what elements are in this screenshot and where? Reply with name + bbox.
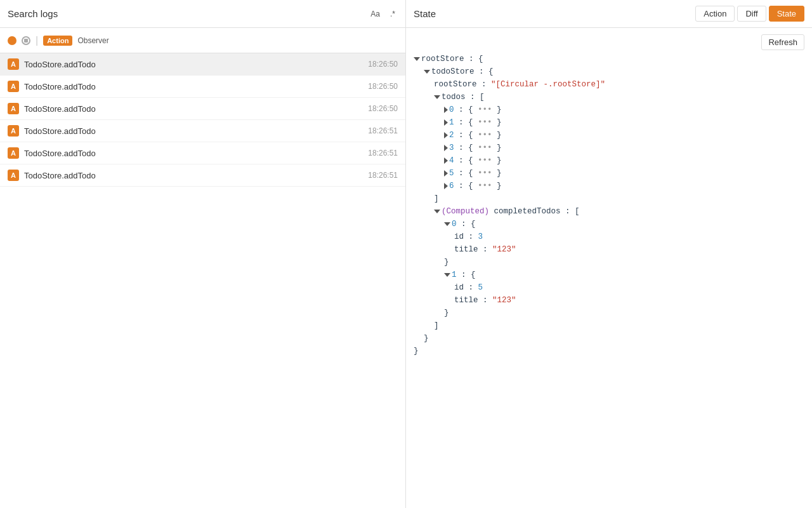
- log-item-name: TodoStore.addTodo: [24, 104, 96, 114]
- tree-node-todostore: todoStore : { rootStore : "[Circular -.r…: [424, 65, 809, 345]
- log-badge: A: [8, 170, 19, 181]
- filter-bar: | Action Observer: [0, 28, 405, 53]
- tree-node-todo-3: 3 : { ••• }: [444, 142, 809, 154]
- log-item-time: 18:26:51: [368, 149, 398, 157]
- log-item[interactable]: A TodoStore.addTodo 18:26:51: [0, 120, 405, 142]
- log-item-name: TodoStore.addTodo: [24, 126, 96, 136]
- right-panel: State ActionDiffState Refresh rootStore …: [406, 0, 812, 508]
- log-item-left: A TodoStore.addTodo: [8, 58, 96, 70]
- log-item-time: 18:26:51: [368, 171, 398, 180]
- toggle-completed-todos[interactable]: [434, 207, 442, 216]
- log-badge: A: [8, 103, 19, 114]
- log-item-left: A TodoStore.addTodo: [8, 103, 96, 114]
- filter-divider: |: [36, 35, 38, 46]
- state-tree: rootStore : { todoStore : { rootStore : …: [409, 53, 809, 358]
- right-header: State ActionDiffState: [406, 0, 812, 28]
- filter-stop[interactable]: [22, 36, 30, 45]
- tree-node-todo-6: 6 : { ••• }: [444, 180, 809, 192]
- tree-node-todo-2: 2 : { ••• }: [444, 129, 809, 142]
- log-item-time: 18:26:50: [368, 60, 398, 69]
- log-item-left: A TodoStore.addTodo: [8, 81, 96, 92]
- toggle-todostore[interactable]: [424, 67, 431, 76]
- filter-dot[interactable]: [8, 36, 16, 45]
- log-item[interactable]: A TodoStore.addTodo 18:26:50: [0, 98, 405, 120]
- toggle-todos[interactable]: [434, 93, 442, 102]
- case-sensitive-button[interactable]: Aa: [368, 8, 383, 20]
- tree-line-rootstore-circular: rootStore : "[Circular -.rootStore]": [434, 78, 809, 91]
- log-badge: A: [8, 125, 19, 137]
- tree-node-rootstore: rootStore : { todoStore : { rootStore : …: [414, 53, 809, 358]
- log-item-left: A TodoStore.addTodo: [8, 125, 96, 137]
- log-badge: A: [8, 58, 19, 70]
- observer-filter-label[interactable]: Observer: [77, 36, 108, 45]
- log-item[interactable]: A TodoStore.addTodo 18:26:51: [0, 142, 405, 164]
- search-title: Search logs: [8, 8, 58, 19]
- log-item-name: TodoStore.addTodo: [24, 149, 96, 158]
- search-icons: Aa .*: [368, 8, 398, 20]
- tree-node-completed-1: 1 : { id : 5 title : "123" }: [444, 269, 809, 319]
- state-content: Refresh rootStore : { todoStore : { root…: [406, 28, 812, 508]
- log-item-left: A TodoStore.addTodo: [8, 170, 96, 181]
- refresh-button[interactable]: Refresh: [761, 34, 804, 50]
- tree-node-completed-0: 0 : { id : 3 title : "123" }: [444, 218, 809, 269]
- log-item[interactable]: A TodoStore.addTodo 18:26:51: [0, 164, 405, 187]
- log-item-time: 18:26:50: [368, 82, 398, 91]
- tab-group: ActionDiffState: [695, 6, 804, 22]
- log-item-name: TodoStore.addTodo: [24, 171, 96, 180]
- right-panel-title: State: [414, 8, 436, 19]
- log-item-name: TodoStore.addTodo: [24, 60, 96, 69]
- tab-state[interactable]: State: [769, 6, 804, 22]
- tree-node-completed-todos: (Computed) completedTodos : [ 0 : { id :…: [434, 205, 809, 332]
- tree-node-todo-1: 1 : { ••• }: [444, 116, 809, 129]
- log-item-time: 18:26:51: [368, 126, 398, 135]
- log-item[interactable]: A TodoStore.addTodo 18:26:50: [0, 53, 405, 76]
- search-header: Search logs Aa .*: [0, 0, 405, 28]
- toggle-rootstore[interactable]: [414, 55, 421, 64]
- left-panel: Search logs Aa .* | Action Observer A To…: [0, 0, 406, 508]
- tab-diff[interactable]: Diff: [737, 6, 766, 22]
- tree-node-todo-5: 5 : { ••• }: [444, 167, 809, 180]
- tree-node-todo-0: 0 : { ••• }: [444, 104, 809, 116]
- action-filter-badge[interactable]: Action: [43, 36, 72, 46]
- log-item-name: TodoStore.addTodo: [24, 82, 96, 91]
- log-badge: A: [8, 147, 19, 159]
- log-badge: A: [8, 81, 19, 92]
- log-item[interactable]: A TodoStore.addTodo 18:26:50: [0, 76, 405, 98]
- log-item-left: A TodoStore.addTodo: [8, 147, 96, 159]
- tree-node-todos: todos : [ 0 : { ••• } 1 : { ••• } 2 : { …: [434, 91, 809, 205]
- regex-button[interactable]: .*: [388, 8, 398, 20]
- log-item-time: 18:26:50: [368, 104, 398, 113]
- tree-node-todo-4: 4 : { ••• }: [444, 154, 809, 167]
- log-list: A TodoStore.addTodo 18:26:50 A TodoStore…: [0, 53, 405, 508]
- tab-action[interactable]: Action: [695, 6, 735, 22]
